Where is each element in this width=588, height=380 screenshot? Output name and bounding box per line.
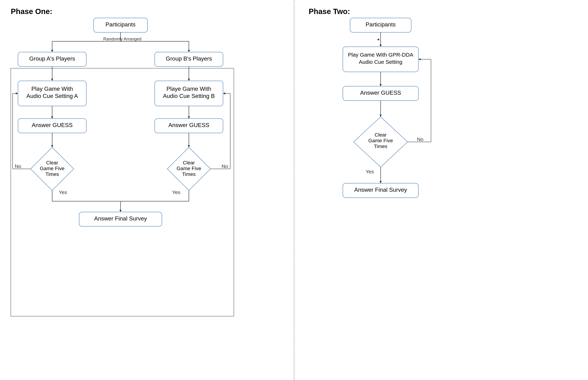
svg-text:Clear: Clear	[46, 160, 58, 166]
svg-text:Play Game With GPR-DDA: Play Game With GPR-DDA	[348, 52, 413, 58]
svg-marker-24	[51, 145, 53, 147]
svg-text:Times: Times	[182, 171, 196, 177]
svg-marker-68	[377, 38, 379, 41]
svg-text:Group A's Players: Group A's Players	[29, 55, 75, 62]
svg-text:Answer GUESS: Answer GUESS	[32, 122, 73, 128]
svg-text:Participants: Participants	[105, 21, 135, 28]
svg-text:Play Game With: Play Game With	[31, 86, 73, 92]
svg-marker-33	[16, 92, 18, 95]
svg-marker-61	[120, 210, 122, 212]
svg-text:Answer Final Survey: Answer Final Survey	[94, 215, 147, 222]
svg-marker-67	[380, 45, 382, 47]
svg-text:No: No	[417, 136, 424, 142]
svg-marker-46	[188, 145, 190, 147]
phase-two-title: Phase Two:	[309, 7, 574, 16]
svg-text:Audio Cue Setting: Audio Cue Setting	[359, 59, 402, 65]
svg-text:No: No	[222, 164, 228, 169]
svg-marker-15	[51, 79, 53, 81]
svg-marker-42	[188, 116, 190, 119]
svg-text:Randomly Arranged: Randomly Arranged	[103, 37, 141, 41]
svg-marker-20	[51, 116, 53, 119]
svg-text:Game Five: Game Five	[40, 166, 64, 171]
svg-marker-77	[380, 115, 382, 117]
phase-one-title: Phase One:	[11, 7, 283, 16]
svg-marker-55	[223, 92, 225, 95]
svg-text:Times: Times	[45, 171, 59, 177]
svg-text:Answer GUESS: Answer GUESS	[168, 122, 209, 128]
phase-one-flowchart: Participants Randomly Arranged Group A's…	[7, 16, 281, 372]
svg-text:Audio Cue Setting B: Audio Cue Setting B	[163, 93, 215, 99]
svg-text:Answer GUESS: Answer GUESS	[360, 90, 401, 96]
svg-text:Yes: Yes	[172, 190, 181, 195]
svg-marker-37	[188, 79, 190, 81]
phase-two-flowchart: Participants Play Game With GPR-DDA Audi…	[309, 16, 470, 358]
svg-text:Yes: Yes	[366, 169, 374, 174]
svg-marker-89	[380, 181, 382, 183]
svg-text:Group B's Players: Group B's Players	[166, 55, 212, 62]
svg-text:No: No	[15, 164, 21, 169]
svg-text:Game Five: Game Five	[177, 166, 201, 171]
svg-marker-86	[418, 58, 421, 60]
svg-text:Times: Times	[374, 144, 387, 149]
svg-marker-6	[51, 50, 53, 52]
svg-text:Participants: Participants	[365, 21, 396, 28]
svg-text:Answer Final Survey: Answer Final Survey	[354, 187, 407, 193]
svg-marker-73	[380, 84, 382, 86]
svg-text:Clear: Clear	[183, 160, 195, 166]
svg-text:Game Five: Game Five	[368, 138, 393, 143]
svg-text:Playe Game With: Playe Game With	[166, 86, 211, 92]
svg-text:Clear: Clear	[375, 132, 387, 138]
svg-text:Yes: Yes	[59, 190, 67, 195]
svg-marker-8	[188, 50, 190, 52]
svg-text:Audio Cue Setting A: Audio Cue Setting A	[26, 93, 78, 99]
